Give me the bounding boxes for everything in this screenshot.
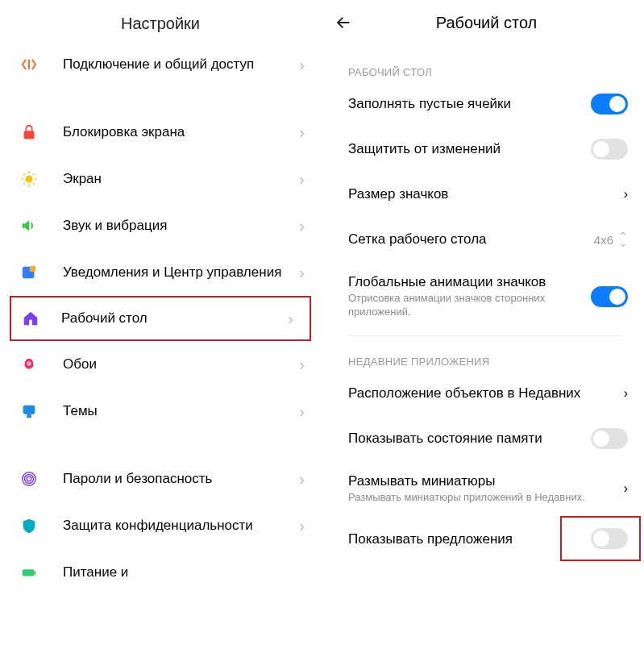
chevron-right-icon: › bbox=[299, 517, 305, 535]
list-gap bbox=[0, 435, 321, 456]
svg-point-12 bbox=[27, 361, 31, 366]
setting-lock-screen[interactable]: Блокировка экрана › bbox=[0, 109, 321, 156]
connection-icon bbox=[19, 55, 39, 74]
chevron-right-icon: › bbox=[299, 170, 305, 189]
toggle-global-anim[interactable] bbox=[591, 286, 628, 307]
section-header-recent: НЕДАВНИЕ ПРИЛОЖЕНИЯ bbox=[321, 336, 644, 371]
chevron-right-icon: › bbox=[299, 217, 305, 235]
chevron-right-icon: › bbox=[299, 56, 305, 74]
setting-home-screen[interactable]: Рабочий стол › bbox=[11, 298, 310, 339]
svg-rect-13 bbox=[23, 406, 35, 414]
setting-blur-thumbs[interactable]: Размывать миниатюры Размывать миниатюры … bbox=[321, 461, 644, 516]
svg-line-7 bbox=[33, 183, 34, 184]
updown-icon: ⌃⌄ bbox=[618, 233, 628, 247]
setting-recent-layout[interactable]: Расположение объектов в Недавних › bbox=[321, 371, 644, 416]
setting-title: Размывать миниатюры bbox=[348, 472, 617, 489]
setting-passwords[interactable]: Пароли и безопасность › bbox=[0, 456, 321, 502]
desktop-settings-panel: Рабочий стол РАБОЧИЙ СТОЛ Заполнять пуст… bbox=[321, 0, 644, 645]
svg-line-9 bbox=[33, 174, 34, 175]
setting-fill-empty[interactable]: Заполнять пустые ячейки bbox=[321, 81, 644, 127]
setting-label: Блокировка экрана bbox=[63, 123, 299, 141]
chevron-right-icon: › bbox=[624, 187, 628, 202]
setting-title: Защитить от изменений bbox=[348, 140, 584, 157]
battery-icon bbox=[19, 563, 39, 582]
setting-title: Расположение объектов в Недавних bbox=[348, 385, 617, 402]
list-gap bbox=[0, 88, 321, 109]
setting-label: Питание и bbox=[63, 564, 305, 581]
setting-subtitle: Отрисовка анимации значков сторонних при… bbox=[348, 292, 584, 319]
setting-title: Сетка рабочего стола bbox=[348, 231, 588, 248]
setting-label: Рабочий стол bbox=[61, 310, 288, 327]
svg-line-8 bbox=[24, 183, 25, 184]
chevron-right-icon: › bbox=[299, 264, 305, 282]
setting-themes[interactable]: Темы › bbox=[0, 388, 321, 435]
chevron-right-icon: › bbox=[299, 402, 305, 421]
setting-label: Защита конфиденциальности bbox=[63, 517, 299, 535]
setting-subtitle: Размывать миниатюры приложений в Недавни… bbox=[348, 491, 617, 505]
setting-title: Глобальные анимации значков bbox=[348, 273, 584, 290]
svg-line-6 bbox=[24, 174, 25, 175]
chevron-right-icon: › bbox=[299, 123, 305, 142]
setting-title: Показывать состояние памяти bbox=[348, 430, 584, 447]
setting-value: 4x6 bbox=[594, 233, 613, 247]
themes-icon bbox=[19, 402, 39, 421]
setting-display[interactable]: Экран › bbox=[0, 156, 321, 202]
toggle-show-suggestions[interactable] bbox=[591, 528, 628, 549]
setting-sound[interactable]: Звук и вибрация › bbox=[0, 202, 321, 249]
setting-label: Звук и вибрация bbox=[63, 217, 299, 235]
svg-rect-18 bbox=[23, 569, 35, 576]
svg-rect-0 bbox=[24, 131, 35, 139]
chevron-right-icon: › bbox=[624, 481, 628, 496]
svg-point-1 bbox=[25, 175, 32, 182]
chevron-right-icon: › bbox=[624, 386, 628, 401]
setting-title: Показывать предложения bbox=[348, 531, 584, 547]
svg-point-17 bbox=[27, 476, 31, 481]
settings-panel: Настройки Подключение и общий доступ › Б… bbox=[0, 0, 321, 645]
setting-show-memory[interactable]: Показывать состояние памяти bbox=[321, 416, 644, 461]
speaker-icon bbox=[19, 216, 39, 235]
setting-connection-sharing[interactable]: Подключение и общий доступ › bbox=[0, 41, 321, 88]
setting-notifications[interactable]: Уведомления и Центр управления › bbox=[0, 249, 321, 296]
setting-wallpaper[interactable]: Обои › bbox=[0, 341, 321, 388]
page-title: Рабочий стол bbox=[359, 14, 613, 32]
chevron-right-icon: › bbox=[288, 310, 293, 328]
toggle-lock-layout[interactable] bbox=[591, 139, 628, 160]
shield-icon bbox=[19, 516, 39, 535]
setting-grid[interactable]: Сетка рабочего стола 4x6 ⌃⌄ bbox=[321, 217, 644, 262]
svg-point-16 bbox=[25, 475, 34, 484]
setting-show-suggestions[interactable]: Показывать предложения bbox=[321, 516, 644, 561]
sun-icon bbox=[19, 169, 39, 189]
back-button[interactable] bbox=[332, 11, 355, 34]
control-center-icon bbox=[19, 263, 39, 282]
highlight-desktop: Рабочий стол › bbox=[10, 296, 311, 341]
svg-rect-19 bbox=[34, 571, 35, 575]
wallpaper-icon bbox=[19, 355, 39, 374]
chevron-right-icon: › bbox=[299, 470, 305, 489]
setting-battery[interactable]: Питание и bbox=[0, 549, 321, 596]
setting-label: Подключение и общий доступ bbox=[63, 56, 299, 73]
setting-title: Заполнять пустые ячейки bbox=[348, 95, 584, 112]
page-title: Настройки bbox=[0, 0, 321, 41]
toggle-show-memory[interactable] bbox=[591, 428, 628, 449]
setting-title: Размер значков bbox=[348, 185, 617, 202]
home-icon bbox=[21, 309, 40, 328]
setting-label: Уведомления и Центр управления bbox=[63, 264, 299, 281]
setting-icon-size[interactable]: Размер значков › bbox=[321, 172, 644, 217]
lock-icon bbox=[19, 123, 39, 142]
chevron-right-icon: › bbox=[299, 356, 305, 374]
section-header-desktop: РАБОЧИЙ СТОЛ bbox=[321, 47, 644, 81]
setting-label: Обои bbox=[63, 356, 299, 373]
header: Рабочий стол bbox=[321, 0, 644, 47]
settings-list: Подключение и общий доступ › Блокировка … bbox=[0, 41, 321, 596]
fingerprint-icon bbox=[19, 469, 39, 489]
svg-rect-14 bbox=[27, 414, 31, 418]
setting-lock-layout[interactable]: Защитить от изменений bbox=[321, 127, 644, 172]
toggle-fill-empty[interactable] bbox=[591, 94, 628, 114]
setting-label: Пароли и безопасность bbox=[63, 470, 299, 488]
setting-privacy[interactable]: Защита конфиденциальности › bbox=[0, 502, 321, 549]
setting-label: Темы bbox=[63, 402, 299, 420]
svg-rect-11 bbox=[30, 266, 35, 272]
setting-label: Экран bbox=[63, 170, 299, 188]
setting-global-anim[interactable]: Глобальные анимации значков Отрисовка ан… bbox=[321, 262, 644, 331]
